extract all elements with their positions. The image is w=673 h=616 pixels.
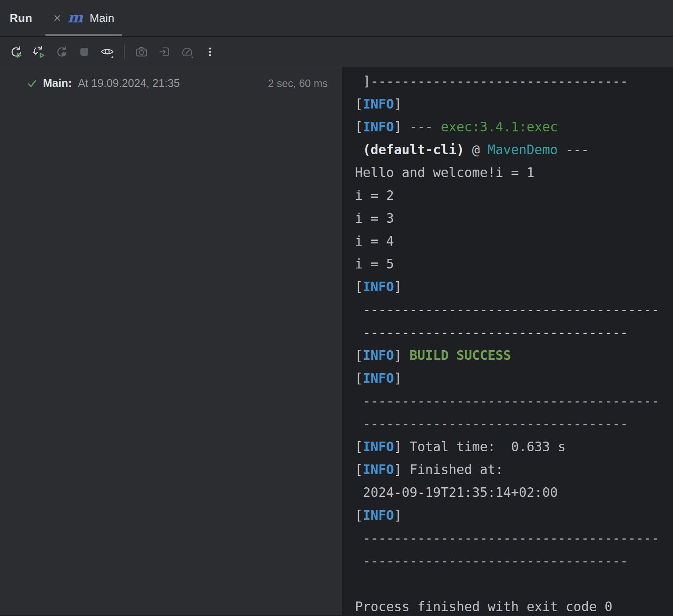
success-check-icon (26, 78, 38, 89)
console-line: [INFO] (355, 93, 673, 116)
run-content: Main: At 19.09.2024, 21:35 2 sec, 60 ms … (0, 67, 673, 615)
console-output[interactable]: ]---------------------------------[INFO]… (342, 67, 673, 615)
run-item-duration: 2 sec, 60 ms (268, 77, 328, 90)
console-line: [INFO] (355, 275, 673, 298)
console-line: [INFO] Finished at: (355, 458, 673, 481)
console-line: Hello and welcome!i = 1 (355, 161, 673, 184)
view-options-icon (100, 45, 114, 59)
console-line: ---------------------------------- (355, 550, 673, 573)
run-list-item[interactable]: Main: At 19.09.2024, 21:35 2 sec, 60 ms (0, 73, 342, 93)
active-tab-indicator (45, 34, 122, 36)
toolbar-separator (124, 45, 125, 59)
run-toolbar (0, 37, 673, 67)
tool-window-title: Run (10, 11, 32, 25)
console-line: -------------------------------------- (355, 527, 673, 550)
console-line: i = 2 (355, 184, 673, 207)
rerun-icon (9, 45, 23, 59)
profiler-button[interactable] (180, 45, 194, 59)
console-line: i = 5 (355, 253, 673, 275)
camera-button[interactable] (134, 45, 148, 59)
exit-button[interactable] (157, 45, 171, 59)
console-line: Process finished with exit code 0 (355, 595, 673, 615)
console-line: (default-cli) @ MavenDemo --- (355, 138, 673, 161)
dropdown-corner-icon (191, 56, 193, 58)
console-line: [INFO] (355, 504, 673, 527)
console-line: -------------------------------------- (355, 390, 673, 413)
more-button[interactable] (203, 45, 217, 59)
profiler-icon (180, 45, 194, 59)
view-options-button[interactable] (100, 45, 114, 59)
console-line: ---------------------------------- (355, 321, 673, 344)
run-item-timestamp: At 19.09.2024, 21:35 (78, 77, 180, 90)
console-line (355, 573, 673, 595)
console-line: [INFO] (355, 367, 673, 390)
maven-icon: m (68, 10, 83, 25)
tool-window-header: Run × m Main (0, 0, 673, 37)
resume-button[interactable] (54, 45, 69, 59)
rerun-button[interactable] (9, 45, 23, 59)
resume-icon (54, 45, 69, 59)
console-line: -------------------------------------- (355, 298, 673, 321)
more-icon (203, 45, 217, 59)
run-item-name: Main: (43, 77, 72, 90)
close-icon[interactable]: × (53, 11, 61, 25)
run-tab-main[interactable]: × m Main (45, 0, 122, 36)
restart-icon (32, 45, 46, 59)
camera-icon (134, 45, 148, 59)
tab-label: Main (90, 11, 114, 25)
console-line: [INFO] Total time: 0.633 s (355, 435, 673, 458)
restart-button[interactable] (32, 45, 46, 59)
stop-icon (77, 45, 91, 59)
console-line: ]--------------------------------- (355, 70, 673, 93)
console-line: i = 4 (355, 230, 673, 253)
console-line: [INFO] --- exec:3.4.1:exec (355, 116, 673, 138)
dropdown-corner-icon (111, 56, 114, 58)
run-tool-window: Run × m Main (0, 0, 673, 615)
console-line: 2024-09-19T21:35:14+02:00 (355, 481, 673, 504)
console-line: [INFO] BUILD SUCCESS (355, 344, 673, 367)
exit-icon (157, 45, 171, 59)
console-line: ---------------------------------- (355, 413, 673, 435)
run-list-panel: Main: At 19.09.2024, 21:35 2 sec, 60 ms (0, 67, 342, 615)
stop-button[interactable] (77, 45, 91, 59)
console-line: i = 3 (355, 207, 673, 230)
